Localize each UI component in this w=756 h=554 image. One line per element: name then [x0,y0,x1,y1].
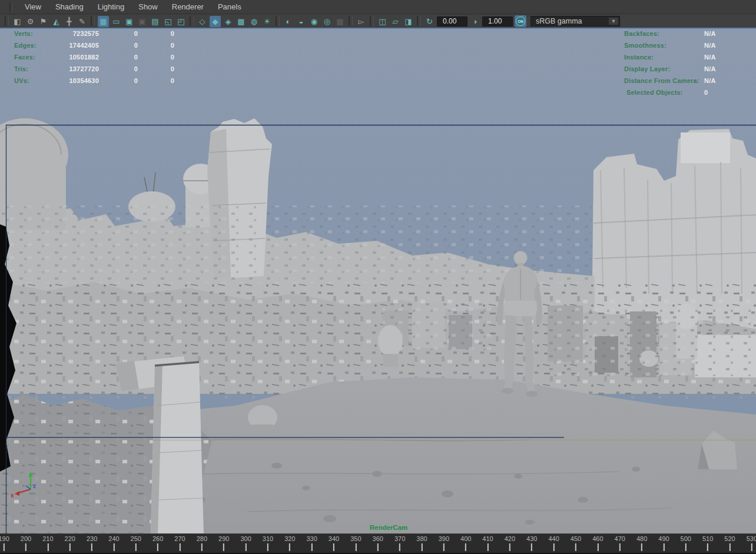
annotate-icon[interactable]: ✎ [77,16,88,27]
viewport-toolbar: ◧⚙⚑◭╋✎▦▭▣▣▤◱◰◇◆◈▩◍☀◐◒◉◎▩▻◫▱◨ ↻ 0.00 ◑ 1.… [0,15,756,28]
frame-tick [399,543,400,551]
image-plane-icon[interactable]: ◭ [51,16,62,27]
frame-tick [663,543,664,551]
timeline-frame-530[interactable]: 530 [747,535,756,551]
time-slider[interactable]: 1902002102202302402502602702802903003103… [0,533,756,554]
gamma-field[interactable]: 1.00 [482,16,513,26]
hud-value: N/A [704,65,716,77]
camera-icon[interactable]: ◧ [12,16,23,27]
frame-label: 230 [87,535,97,542]
frame-label: 310 [263,535,273,542]
timeline-frame-410[interactable]: 410 [482,535,493,551]
frame-tick [707,543,708,551]
isolate-select-icon[interactable]: ◫ [377,16,388,27]
film-gate-icon[interactable]: ▭ [111,16,122,27]
timeline-frame-450[interactable]: 450 [571,535,581,551]
exposure-icon[interactable]: ↻ [424,16,435,27]
timeline-frame-420[interactable]: 420 [505,535,515,551]
timeline-frame-440[interactable]: 440 [548,535,559,551]
timeline-frame-460[interactable]: 460 [592,535,603,551]
timeline-frame-370[interactable]: 370 [394,535,405,551]
menu-view[interactable]: View [18,1,48,13]
wireframe-on-shaded-icon[interactable]: ◈ [223,16,234,27]
frame-label: 400 [460,535,471,542]
bookmark-icon[interactable]: ⚑ [38,16,49,27]
colorspace-dropdown[interactable]: sRGB gamma ▼ [530,16,620,26]
frame-label: 250 [131,535,141,542]
field-chart-icon[interactable]: ▤ [150,16,161,27]
hud-value: 0 [138,77,174,89]
camera-attributes-icon[interactable]: ⚙ [25,16,36,27]
timeline-frame-520[interactable]: 520 [724,535,735,551]
timeline-frame-220[interactable]: 220 [65,535,75,551]
timeline-frame-390[interactable]: 390 [439,535,449,551]
timeline-frame-260[interactable]: 260 [152,535,163,551]
timeline-frame-500[interactable]: 500 [681,535,691,551]
timeline-frame-280[interactable]: 280 [197,535,207,551]
timeline-frame-430[interactable]: 430 [526,535,537,551]
timeline-frame-240[interactable]: 240 [108,535,119,551]
menu-panels[interactable]: Panels [211,1,248,13]
toolbar-icons: ◧⚙⚑◭╋✎▦▭▣▣▤◱◰◇◆◈▩◍☀◐◒◉◎▩▻◫▱◨ [4,16,422,27]
ambient-occlusion-icon[interactable]: ◒ [296,16,307,27]
menu-renderer[interactable]: Renderer [165,1,210,13]
frame-tick [69,543,71,551]
image-plane-toggle-icon[interactable]: ▱ [390,16,401,27]
timeline-frame-350[interactable]: 350 [350,535,361,551]
use-default-material-icon[interactable]: ◍ [248,16,260,27]
lights-icon[interactable]: ☀ [261,16,273,27]
toolbar-separator [349,16,353,26]
frame-tick [311,543,313,551]
timeline-frame-200[interactable]: 200 [21,535,31,551]
frame-tick [730,543,731,551]
timeline-frame-490[interactable]: 490 [658,535,669,551]
gate-mask-icon[interactable]: ▣ [137,16,148,27]
motion-blur-icon[interactable]: ◉ [309,16,320,27]
two-d-pan-zoom-icon[interactable]: ╋ [64,16,75,27]
hud-value: 0 [138,42,174,54]
gamma-icon[interactable]: ◑ [469,16,480,27]
timeline-frame-340[interactable]: 340 [329,535,339,551]
safe-action-icon[interactable]: ◱ [163,16,174,27]
hud-label: UVs: [14,77,45,89]
timeline-frame-380[interactable]: 380 [416,535,427,551]
resolution-gate-icon[interactable]: ▣ [124,16,135,27]
timeline-frame-400[interactable]: 400 [460,535,471,551]
timeline-frame-510[interactable]: 510 [702,535,713,551]
exposure-field[interactable]: 0.00 [437,16,467,26]
viewport-snapshot-icon[interactable]: ◨ [403,16,414,27]
anti-aliasing-icon[interactable]: ▩ [334,16,346,27]
timeline-frame-320[interactable]: 320 [284,535,295,551]
hud-label: Display Layer: [624,65,704,77]
shaded-icon[interactable]: ◆ [210,16,221,27]
frame-tick [443,543,445,551]
timeline-frame-480[interactable]: 480 [636,535,647,551]
menu-lighting[interactable]: Lighting [91,1,131,13]
frame-label: 440 [548,535,559,542]
colorspace-value: sRGB gamma [536,17,582,25]
timeline-frame-300[interactable]: 300 [240,535,251,551]
timeline-frame-230[interactable]: 230 [87,535,97,551]
snap-to-point-icon[interactable]: ▻ [356,16,367,27]
wireframe-icon[interactable]: ◇ [197,16,208,27]
timeline-frame-210[interactable]: 210 [42,535,53,551]
textured-icon[interactable]: ▩ [236,16,247,27]
timeline-frame-330[interactable]: 330 [306,535,317,551]
timeline-frame-310[interactable]: 310 [263,535,273,551]
shadows-icon[interactable]: ◐ [283,16,294,27]
menu-show[interactable]: Show [132,1,164,13]
timeline-frame-190[interactable]: 190 [0,535,9,551]
timeline-frame-270[interactable]: 270 [174,535,185,551]
timeline-frame-470[interactable]: 470 [615,535,625,551]
safe-title-icon[interactable]: ◰ [175,16,187,27]
timeline-frame-290[interactable]: 290 [218,535,229,551]
menu-shading[interactable]: Shading [49,1,90,13]
panel-grip[interactable] [9,2,12,12]
frame-label: 430 [526,535,537,542]
timeline-frame-250[interactable]: 250 [131,535,141,551]
color-management-toggle[interactable]: ON [515,15,526,27]
grid-icon[interactable]: ▦ [98,16,109,27]
timeline-frame-360[interactable]: 360 [373,535,383,551]
depth-of-field-icon[interactable]: ◎ [321,16,333,27]
viewport-3d[interactable]: x z Verts: 7232575 0 0 Edges: 17442405 0… [0,28,756,533]
